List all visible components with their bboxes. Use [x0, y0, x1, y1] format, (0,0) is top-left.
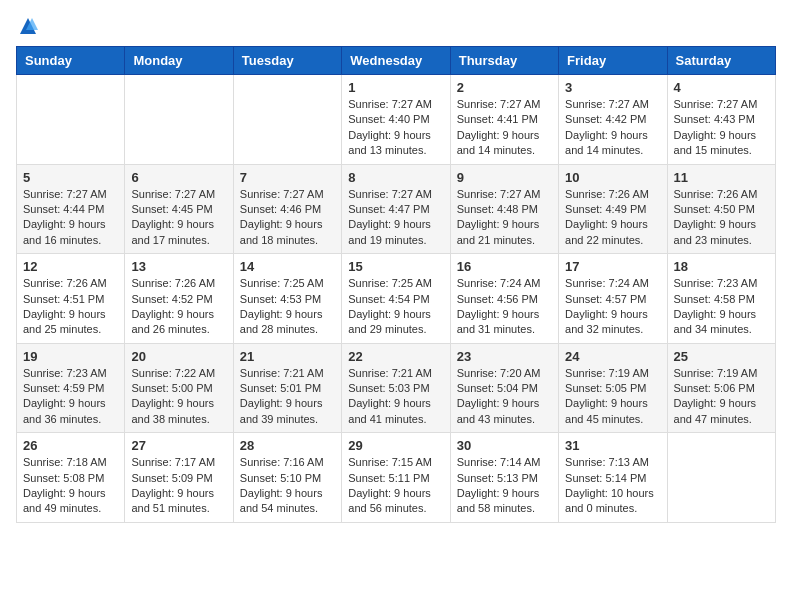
day-info: Sunrise: 7:27 AM Sunset: 4:47 PM Dayligh…: [348, 187, 443, 249]
day-number: 30: [457, 438, 552, 453]
calendar-cell: 13Sunrise: 7:26 AM Sunset: 4:52 PM Dayli…: [125, 254, 233, 344]
calendar-header-row: SundayMondayTuesdayWednesdayThursdayFrid…: [17, 47, 776, 75]
calendar-week-row: 19Sunrise: 7:23 AM Sunset: 4:59 PM Dayli…: [17, 343, 776, 433]
day-number: 3: [565, 80, 660, 95]
day-info: Sunrise: 7:24 AM Sunset: 4:56 PM Dayligh…: [457, 276, 552, 338]
day-info: Sunrise: 7:22 AM Sunset: 5:00 PM Dayligh…: [131, 366, 226, 428]
day-of-week-header: Friday: [559, 47, 667, 75]
day-number: 12: [23, 259, 118, 274]
calendar-cell: 1Sunrise: 7:27 AM Sunset: 4:40 PM Daylig…: [342, 75, 450, 165]
day-number: 26: [23, 438, 118, 453]
calendar-cell: 20Sunrise: 7:22 AM Sunset: 5:00 PM Dayli…: [125, 343, 233, 433]
day-number: 2: [457, 80, 552, 95]
day-of-week-header: Monday: [125, 47, 233, 75]
day-number: 4: [674, 80, 769, 95]
calendar-cell: 14Sunrise: 7:25 AM Sunset: 4:53 PM Dayli…: [233, 254, 341, 344]
calendar-cell: 9Sunrise: 7:27 AM Sunset: 4:48 PM Daylig…: [450, 164, 558, 254]
calendar-cell: 15Sunrise: 7:25 AM Sunset: 4:54 PM Dayli…: [342, 254, 450, 344]
day-number: 6: [131, 170, 226, 185]
logo: [16, 16, 40, 36]
day-number: 8: [348, 170, 443, 185]
day-info: Sunrise: 7:25 AM Sunset: 4:54 PM Dayligh…: [348, 276, 443, 338]
calendar-cell: 23Sunrise: 7:20 AM Sunset: 5:04 PM Dayli…: [450, 343, 558, 433]
day-number: 25: [674, 349, 769, 364]
day-info: Sunrise: 7:17 AM Sunset: 5:09 PM Dayligh…: [131, 455, 226, 517]
calendar-week-row: 5Sunrise: 7:27 AM Sunset: 4:44 PM Daylig…: [17, 164, 776, 254]
day-number: 24: [565, 349, 660, 364]
day-info: Sunrise: 7:26 AM Sunset: 4:52 PM Dayligh…: [131, 276, 226, 338]
calendar-cell: 12Sunrise: 7:26 AM Sunset: 4:51 PM Dayli…: [17, 254, 125, 344]
calendar-week-row: 26Sunrise: 7:18 AM Sunset: 5:08 PM Dayli…: [17, 433, 776, 523]
day-of-week-header: Tuesday: [233, 47, 341, 75]
calendar-cell: [233, 75, 341, 165]
calendar-cell: 3Sunrise: 7:27 AM Sunset: 4:42 PM Daylig…: [559, 75, 667, 165]
day-info: Sunrise: 7:13 AM Sunset: 5:14 PM Dayligh…: [565, 455, 660, 517]
day-info: Sunrise: 7:15 AM Sunset: 5:11 PM Dayligh…: [348, 455, 443, 517]
day-number: 5: [23, 170, 118, 185]
day-info: Sunrise: 7:23 AM Sunset: 4:58 PM Dayligh…: [674, 276, 769, 338]
calendar-cell: 21Sunrise: 7:21 AM Sunset: 5:01 PM Dayli…: [233, 343, 341, 433]
calendar-cell: [667, 433, 775, 523]
calendar-cell: [17, 75, 125, 165]
calendar-cell: 22Sunrise: 7:21 AM Sunset: 5:03 PM Dayli…: [342, 343, 450, 433]
page-header: [16, 16, 776, 36]
day-info: Sunrise: 7:18 AM Sunset: 5:08 PM Dayligh…: [23, 455, 118, 517]
calendar-cell: 5Sunrise: 7:27 AM Sunset: 4:44 PM Daylig…: [17, 164, 125, 254]
calendar-cell: 16Sunrise: 7:24 AM Sunset: 4:56 PM Dayli…: [450, 254, 558, 344]
day-number: 16: [457, 259, 552, 274]
day-number: 14: [240, 259, 335, 274]
day-number: 11: [674, 170, 769, 185]
calendar-cell: 25Sunrise: 7:19 AM Sunset: 5:06 PM Dayli…: [667, 343, 775, 433]
calendar-cell: 6Sunrise: 7:27 AM Sunset: 4:45 PM Daylig…: [125, 164, 233, 254]
day-info: Sunrise: 7:14 AM Sunset: 5:13 PM Dayligh…: [457, 455, 552, 517]
calendar-cell: 7Sunrise: 7:27 AM Sunset: 4:46 PM Daylig…: [233, 164, 341, 254]
day-number: 27: [131, 438, 226, 453]
day-number: 18: [674, 259, 769, 274]
day-info: Sunrise: 7:27 AM Sunset: 4:41 PM Dayligh…: [457, 97, 552, 159]
day-of-week-header: Thursday: [450, 47, 558, 75]
day-number: 23: [457, 349, 552, 364]
day-info: Sunrise: 7:27 AM Sunset: 4:40 PM Dayligh…: [348, 97, 443, 159]
day-info: Sunrise: 7:21 AM Sunset: 5:03 PM Dayligh…: [348, 366, 443, 428]
calendar-cell: 24Sunrise: 7:19 AM Sunset: 5:05 PM Dayli…: [559, 343, 667, 433]
calendar-cell: 18Sunrise: 7:23 AM Sunset: 4:58 PM Dayli…: [667, 254, 775, 344]
day-info: Sunrise: 7:26 AM Sunset: 4:50 PM Dayligh…: [674, 187, 769, 249]
logo-icon: [18, 16, 38, 36]
day-of-week-header: Saturday: [667, 47, 775, 75]
day-info: Sunrise: 7:23 AM Sunset: 4:59 PM Dayligh…: [23, 366, 118, 428]
calendar-cell: 4Sunrise: 7:27 AM Sunset: 4:43 PM Daylig…: [667, 75, 775, 165]
day-info: Sunrise: 7:19 AM Sunset: 5:05 PM Dayligh…: [565, 366, 660, 428]
day-info: Sunrise: 7:25 AM Sunset: 4:53 PM Dayligh…: [240, 276, 335, 338]
calendar-week-row: 12Sunrise: 7:26 AM Sunset: 4:51 PM Dayli…: [17, 254, 776, 344]
calendar-cell: 17Sunrise: 7:24 AM Sunset: 4:57 PM Dayli…: [559, 254, 667, 344]
day-info: Sunrise: 7:24 AM Sunset: 4:57 PM Dayligh…: [565, 276, 660, 338]
calendar-cell: 10Sunrise: 7:26 AM Sunset: 4:49 PM Dayli…: [559, 164, 667, 254]
calendar-cell: 26Sunrise: 7:18 AM Sunset: 5:08 PM Dayli…: [17, 433, 125, 523]
day-info: Sunrise: 7:19 AM Sunset: 5:06 PM Dayligh…: [674, 366, 769, 428]
day-number: 13: [131, 259, 226, 274]
day-info: Sunrise: 7:27 AM Sunset: 4:48 PM Dayligh…: [457, 187, 552, 249]
day-info: Sunrise: 7:27 AM Sunset: 4:43 PM Dayligh…: [674, 97, 769, 159]
day-info: Sunrise: 7:21 AM Sunset: 5:01 PM Dayligh…: [240, 366, 335, 428]
calendar-cell: 11Sunrise: 7:26 AM Sunset: 4:50 PM Dayli…: [667, 164, 775, 254]
day-number: 7: [240, 170, 335, 185]
day-info: Sunrise: 7:16 AM Sunset: 5:10 PM Dayligh…: [240, 455, 335, 517]
calendar-cell: 30Sunrise: 7:14 AM Sunset: 5:13 PM Dayli…: [450, 433, 558, 523]
day-info: Sunrise: 7:20 AM Sunset: 5:04 PM Dayligh…: [457, 366, 552, 428]
calendar-cell: 2Sunrise: 7:27 AM Sunset: 4:41 PM Daylig…: [450, 75, 558, 165]
day-number: 22: [348, 349, 443, 364]
day-info: Sunrise: 7:26 AM Sunset: 4:51 PM Dayligh…: [23, 276, 118, 338]
day-info: Sunrise: 7:27 AM Sunset: 4:45 PM Dayligh…: [131, 187, 226, 249]
day-number: 31: [565, 438, 660, 453]
day-number: 1: [348, 80, 443, 95]
day-number: 17: [565, 259, 660, 274]
calendar-cell: 29Sunrise: 7:15 AM Sunset: 5:11 PM Dayli…: [342, 433, 450, 523]
calendar-cell: 19Sunrise: 7:23 AM Sunset: 4:59 PM Dayli…: [17, 343, 125, 433]
calendar-table: SundayMondayTuesdayWednesdayThursdayFrid…: [16, 46, 776, 523]
day-number: 19: [23, 349, 118, 364]
day-info: Sunrise: 7:27 AM Sunset: 4:46 PM Dayligh…: [240, 187, 335, 249]
day-number: 21: [240, 349, 335, 364]
day-number: 28: [240, 438, 335, 453]
day-number: 15: [348, 259, 443, 274]
day-info: Sunrise: 7:27 AM Sunset: 4:42 PM Dayligh…: [565, 97, 660, 159]
